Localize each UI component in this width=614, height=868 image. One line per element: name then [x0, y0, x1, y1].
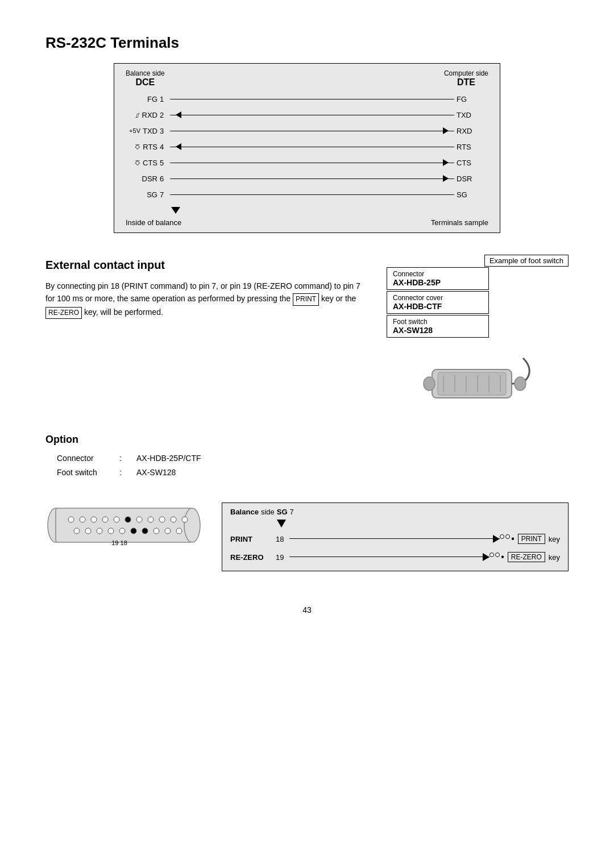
signal-row-txd: +5V TXD 3 RXD [131, 123, 483, 139]
svg-point-10 [515, 377, 526, 391]
cover-label: Connector cover [393, 294, 483, 302]
cover-model: AX-HDB-CTF [393, 302, 483, 311]
svg-marker-0 [171, 207, 180, 214]
option-heading: Option [45, 434, 569, 446]
down-arrow-icon [170, 203, 181, 214]
wiring-rezero-row: RE-ZERO 19 • RE-ZERO key [230, 548, 560, 566]
svg-point-17 [102, 517, 108, 522]
rezero-key-right: RE-ZERO [508, 552, 545, 562]
option-connector-sep: : [119, 451, 131, 466]
rezero-key-label: key [549, 553, 560, 562]
pin-right-dsr: DSR [454, 175, 483, 183]
external-text: External contact input By connecting pin… [45, 256, 370, 411]
connector-label: Connector [393, 270, 483, 278]
pin-right-cts: CTS [454, 159, 483, 167]
diagram-box: Balance side DCE Computer side DTE FG 1 [114, 63, 500, 233]
connector-item: Connector AX-HDB-25P [387, 267, 489, 290]
foot-switch-diagram: Example of foot switch Connector AX-HDB-… [387, 256, 569, 411]
connector-diagram-section: 19 18 [45, 502, 205, 550]
pin-num-rts: 4 [160, 143, 170, 151]
pin-right-sg: SG [454, 190, 483, 199]
svg-point-19 [125, 517, 131, 522]
signal-row-fg: FG 1 FG [131, 91, 483, 107]
wire-sg [170, 186, 454, 202]
diagram-header: Balance side DCE Computer side DTE [126, 69, 488, 88]
pin-left-txd: +5V TXD [131, 127, 160, 135]
example-foot-switch-label: Example of foot switch [484, 255, 569, 267]
svg-point-20 [136, 517, 142, 522]
pin-right-rxd: TXD [454, 111, 483, 119]
pin-num-cts: 5 [160, 159, 170, 167]
svg-point-30 [131, 528, 136, 534]
balance-side-label: Balance side [126, 69, 165, 77]
svg-point-18 [114, 517, 119, 522]
svg-marker-36 [277, 520, 286, 528]
balance-wiring: Balance side SG 7 PRINT 18 [222, 502, 569, 571]
svg-point-32 [154, 528, 159, 534]
bottom-section: 19 18 Balance side SG 7 PRINT 18 [45, 502, 569, 571]
option-connector-val: AX-HDB-25P/CTF [136, 451, 201, 466]
connector-svg: 19 18 [45, 502, 205, 548]
pin-left-cts: ⎏ CTS [131, 157, 160, 168]
rezero-right: • RE-ZERO key [489, 552, 560, 562]
wiring-print-row: PRINT 18 • PRINT key [230, 530, 560, 548]
computer-side-label: Computer side [444, 69, 488, 77]
page-number: 43 [45, 605, 569, 614]
print-label: PRINT [230, 535, 276, 543]
print-circ-2 [505, 534, 510, 539]
terminals-sample-label: Terminals sample [431, 218, 488, 227]
svg-point-13 [184, 508, 200, 542]
wire-rts [170, 139, 454, 155]
foot-switch-items: Connector AX-HDB-25P Connector cover AX-… [387, 267, 569, 338]
dce-label: DCE [126, 77, 165, 88]
pin-right-txd: RXD [454, 127, 483, 135]
svg-point-29 [119, 528, 125, 534]
signal-row-rts: ⎏ RTS 4 RTS [131, 139, 483, 155]
external-section: External contact input By connecting pin… [45, 256, 569, 411]
svg-point-24 [182, 517, 188, 522]
print-key-badge: PRINT [293, 293, 319, 305]
bullet-dot2: • [501, 553, 504, 562]
connector-model: AX-HDB-25P [393, 278, 483, 287]
sg-down-arrow [276, 517, 287, 528]
print-circ-1 [500, 534, 504, 539]
svg-rect-2 [438, 372, 506, 395]
pin-right-rts: RTS [454, 143, 483, 151]
print-contacts: • [500, 534, 515, 543]
inside-balance-label: Inside of balance [126, 218, 181, 227]
rs232-section: RS-232C Terminals Balance side DCE Compu… [45, 34, 569, 233]
option-connector-key: Connector [57, 451, 114, 466]
signal-row-sg: SG 7 SG [131, 186, 483, 202]
svg-rect-12 [56, 508, 192, 542]
wire-fg [170, 91, 454, 107]
diagram-footer: Inside of balance Terminals sample [126, 218, 488, 227]
svg-point-26 [85, 528, 91, 534]
pin-num-fg: 1 [160, 95, 170, 103]
svg-point-23 [171, 517, 176, 522]
option-footswitch-sep: : [119, 466, 131, 480]
dte-header: Computer side DTE [444, 69, 488, 88]
pin-right-fg: FG [454, 95, 483, 103]
wire-txd [170, 123, 454, 139]
rezero-contacts: • [489, 553, 504, 562]
external-description: By connecting pin 18 (PRINT command) to … [45, 280, 370, 319]
svg-point-27 [97, 528, 102, 534]
rezero-arrow-icon [483, 553, 489, 561]
svg-point-28 [108, 528, 114, 534]
page-title: RS-232C Terminals [45, 34, 569, 52]
pin-left-rts: ⎏ RTS [131, 142, 160, 152]
svg-marker-37 [493, 535, 500, 543]
svg-point-34 [176, 528, 182, 534]
pin-left-rxd: ⎎ RXD [131, 111, 160, 119]
pin-num-txd: 3 [160, 127, 170, 135]
footswitch-model: AX-SW128 [393, 326, 483, 335]
option-row-footswitch: Foot switch : AX-SW128 [57, 466, 569, 480]
print-key-right: PRINT [518, 534, 545, 544]
svg-point-16 [91, 517, 97, 522]
print-arrow-icon [493, 535, 500, 543]
print-key-label: key [549, 535, 560, 543]
rezero-label: RE-ZERO [230, 553, 276, 562]
bullet-dot: • [511, 534, 515, 543]
sg-label-top: SG [277, 508, 288, 516]
print-pin: 18 [276, 535, 289, 543]
